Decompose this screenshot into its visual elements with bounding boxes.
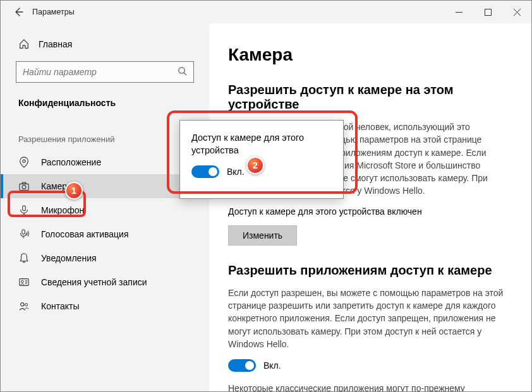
device-access-status: Доступ к камере для этого устройства вкл… <box>228 206 512 217</box>
search-icon <box>178 66 187 78</box>
sidebar-item-account-info[interactable]: Сведения учетной записи <box>1 270 209 294</box>
page-title: Камера <box>228 45 512 65</box>
maximize-icon <box>485 9 492 16</box>
sidebar-item-label: Сведения учетной записи <box>41 277 147 287</box>
svg-rect-13 <box>22 230 25 234</box>
search-input[interactable] <box>23 67 178 77</box>
maximize-button[interactable] <box>473 1 502 23</box>
svg-line-5 <box>184 73 186 75</box>
sidebar-item-label: Расположение <box>41 157 101 167</box>
sidebar-group-label: Разрешения приложений <box>1 117 209 150</box>
svg-point-4 <box>179 68 184 73</box>
footer-text: Некоторые классические приложения могут … <box>228 382 506 391</box>
device-access-toggle[interactable] <box>191 165 219 178</box>
sidebar: Главная Конфиденциальность Разрешения пр… <box>1 23 209 391</box>
microphone-icon <box>18 205 30 216</box>
sidebar-item-label: Микрофон <box>41 205 84 215</box>
change-button[interactable]: Изменить <box>228 225 297 246</box>
minimize-button[interactable] <box>444 1 473 23</box>
svg-rect-10 <box>23 206 26 211</box>
arrow-left-icon <box>13 7 23 17</box>
apps-access-toggle-row: Вкл. <box>228 359 512 372</box>
content-area: Камера Разрешить доступ к камере на этом… <box>209 23 531 391</box>
sidebar-item-voice-activation[interactable]: Голосовая активация <box>1 222 209 246</box>
titlebar: Параметры <box>1 1 531 23</box>
popup-title: Доступ к камере для этого устройства <box>191 132 332 157</box>
minimize-icon <box>456 9 462 16</box>
search-box[interactable] <box>16 61 194 83</box>
sidebar-item-location[interactable]: Расположение <box>1 150 209 174</box>
svg-point-6 <box>23 160 25 162</box>
sidebar-item-notifications[interactable]: Уведомления <box>1 246 209 270</box>
section2-body: Если доступ разрешен, вы можете с помощь… <box>228 287 506 350</box>
close-icon <box>514 9 521 16</box>
sidebar-section-title: Конфиденциальность <box>1 94 209 117</box>
sidebar-item-camera[interactable]: Камера <box>1 174 209 198</box>
annotation-badge-1: 1 <box>65 182 83 199</box>
close-button[interactable] <box>502 1 531 23</box>
back-button[interactable] <box>4 1 32 23</box>
camera-icon <box>18 181 30 192</box>
window-title: Параметры <box>32 8 75 16</box>
sidebar-item-label: Голосовая активация <box>41 229 129 239</box>
home-link[interactable]: Главная <box>1 35 209 59</box>
contacts-icon <box>18 300 30 312</box>
account-icon <box>18 276 30 288</box>
svg-point-8 <box>22 185 26 189</box>
window-controls <box>444 1 531 23</box>
home-label: Главная <box>39 39 72 49</box>
sidebar-item-contacts[interactable]: Контакты <box>1 294 209 318</box>
window-body: Главная Конфиденциальность Разрешения пр… <box>1 23 531 391</box>
voice-icon <box>18 229 30 240</box>
toggle-label: Вкл. <box>263 360 281 371</box>
sidebar-item-label: Контакты <box>41 301 79 311</box>
sidebar-item-label: Уведомления <box>41 253 97 263</box>
svg-point-20 <box>21 303 24 306</box>
section2-heading: Разрешить приложениям доступ к камере <box>228 263 512 278</box>
svg-point-21 <box>25 304 28 306</box>
annotation-badge-2: 2 <box>246 157 264 174</box>
bell-icon <box>18 252 30 264</box>
svg-point-16 <box>21 280 24 283</box>
popup-toggle-label: Вкл. <box>227 167 245 177</box>
apps-access-toggle[interactable] <box>228 359 256 372</box>
svg-rect-9 <box>22 182 25 184</box>
svg-rect-1 <box>485 9 491 15</box>
home-icon <box>18 39 30 50</box>
location-icon <box>18 157 30 168</box>
section1-heading: Разрешить доступ к камере на этом устрой… <box>228 83 512 112</box>
sidebar-item-microphone[interactable]: Микрофон <box>1 198 209 222</box>
